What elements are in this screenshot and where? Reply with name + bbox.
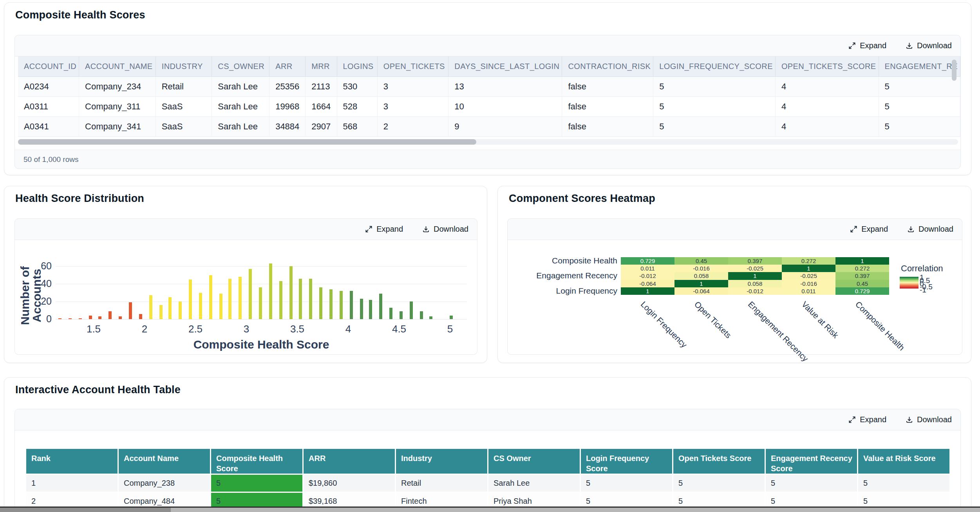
heatmap-col-label: Open Tickets <box>693 300 733 340</box>
table-cell: 5 <box>879 96 960 116</box>
histogram-bar <box>360 299 363 319</box>
horizontal-scrollbar-thumb[interactable] <box>18 139 476 145</box>
column-header[interactable]: Open Tickets Score <box>673 448 765 474</box>
column-header[interactable]: Login Frequency Score <box>580 448 673 474</box>
column-header[interactable]: ENGAGEMENT_RE <box>879 56 960 76</box>
histogram-bar <box>79 318 82 319</box>
heatmap-cell: -0.064 <box>674 287 728 295</box>
column-header[interactable]: LOGINS <box>337 56 377 76</box>
column-header[interactable]: ARR <box>303 448 396 474</box>
histogram-bar <box>139 314 142 320</box>
heatmap-row-label: Engagement Recency <box>490 272 619 279</box>
column-header[interactable]: Account Name <box>118 448 211 474</box>
table-cell: false <box>562 76 653 96</box>
column-header[interactable]: ACCOUNT_NAME <box>79 56 156 76</box>
interactive-account-health-table-card: Interactive Account Health Table Expand … <box>4 377 971 512</box>
column-header[interactable]: LOGIN_FREQUENCY_SCORE <box>653 56 776 76</box>
x-tick-label: 3 <box>229 323 264 335</box>
histogram-bar <box>410 301 413 319</box>
histogram-bar <box>289 266 293 319</box>
expand-button[interactable]: Expand <box>848 41 886 50</box>
download-button[interactable]: Download <box>422 225 468 234</box>
table-cell: 4 <box>775 116 879 136</box>
table-cell: 3 <box>377 96 448 116</box>
column-header[interactable]: DAYS_SINCE_LAST_LOGIN <box>448 56 562 76</box>
table-cell: Company_311 <box>79 96 156 116</box>
column-header[interactable]: Composite Health Score <box>211 448 303 474</box>
table-cell: A0311 <box>18 96 79 116</box>
table-cell: 5 <box>653 76 776 96</box>
table-cell: Retail <box>155 76 212 96</box>
column-header[interactable]: OPEN_TICKETS_SCORE <box>775 56 879 76</box>
table-row: A0341Company_341SaaSSarah Lee34884290756… <box>18 116 960 136</box>
table-cell: 5 <box>673 474 765 492</box>
column-header[interactable]: Value at Risk Score <box>858 448 950 474</box>
toolbar: Expand Download <box>15 35 960 56</box>
score-cell: 5 <box>211 474 303 492</box>
column-header[interactable]: CS_OWNER <box>212 56 269 76</box>
column-header[interactable]: Engagement Recency Score <box>765 448 858 474</box>
table-cell: Sarah Lee <box>488 474 580 492</box>
heatmap-cell: 1 <box>835 257 889 265</box>
legend-title: Correlation <box>901 263 943 274</box>
table-cell: A0234 <box>18 76 79 96</box>
heatmap-row-label: Composite Health <box>490 257 619 264</box>
table-row: 1Company_2385$19,860RetailSarah Lee5555 <box>26 474 950 492</box>
column-header[interactable]: OPEN_TICKETS <box>377 56 448 76</box>
histogram-bar <box>168 297 172 319</box>
table-cell: 5 <box>879 116 960 136</box>
heatmap-cell: 0.397 <box>835 272 889 280</box>
histogram-bar <box>129 302 132 319</box>
expand-label: Expand <box>860 41 886 50</box>
histogram-bar <box>429 316 432 319</box>
gridline <box>56 319 467 320</box>
histogram-bar <box>108 311 112 319</box>
download-button[interactable]: Download <box>905 415 952 424</box>
table-cell: false <box>562 96 653 116</box>
histogram-chart: 02040601.522.533.544.55Composite Health … <box>15 240 477 354</box>
horizontal-scrollbar[interactable] <box>18 139 958 145</box>
section-title: Interactive Account Health Table <box>15 384 181 396</box>
column-header[interactable]: Industry <box>396 448 488 474</box>
column-header[interactable]: CONTRACTION_RISK <box>562 56 653 76</box>
y-axis-title: Number of Accounts <box>19 241 31 350</box>
table-cell: Company_238 <box>118 474 211 492</box>
column-header[interactable]: MRR <box>306 56 337 76</box>
download-button[interactable]: Download <box>905 41 952 50</box>
table-cell: 5 <box>653 116 776 136</box>
heatmap-cell: 0.272 <box>782 257 835 265</box>
histogram-bar <box>58 318 61 319</box>
column-header[interactable]: INDUSTRY <box>155 56 212 76</box>
table-cell: 5 <box>858 474 950 492</box>
table-row: A0311Company_311SaaSSarah Lee19968166452… <box>18 96 960 116</box>
heatmap-cell: 0.729 <box>621 257 674 265</box>
histogram-bar <box>98 316 101 319</box>
correlation-heatmap: 0.7290.450.3970.27210.011-0.016-0.02510.… <box>508 240 962 354</box>
table-header-row: RankAccount NameComposite Health ScoreAR… <box>26 448 950 474</box>
heatmap-cell: -0.016 <box>674 265 728 272</box>
column-header[interactable]: ACCOUNT_ID <box>18 56 79 76</box>
vertical-scrollbar-thumb[interactable] <box>952 60 956 81</box>
health-score-distribution-card: Health Score Distribution Expand Downloa… <box>4 186 487 363</box>
column-header[interactable]: ARR <box>269 56 306 76</box>
table-header-row: ACCOUNT_IDACCOUNT_NAMEINDUSTRYCS_OWNERAR… <box>18 56 960 76</box>
histogram-bar <box>89 316 92 319</box>
table-footer: 50 of 1,000 rows <box>15 150 960 169</box>
expand-button[interactable]: Expand <box>365 225 403 234</box>
legend-colorbar <box>900 277 919 289</box>
page-horizontal-scrollbar-thumb[interactable] <box>0 508 171 512</box>
table-cell: 530 <box>337 76 377 96</box>
gridline <box>56 284 467 284</box>
histogram-bar <box>340 291 343 319</box>
expand-button[interactable]: Expand <box>850 225 888 234</box>
expand-button[interactable]: Expand <box>848 415 886 424</box>
table-cell: Sarah Lee <box>212 96 269 116</box>
table-cell: 1664 <box>306 96 337 116</box>
column-header[interactable]: CS Owner <box>488 448 580 474</box>
download-button[interactable]: Download <box>907 225 953 234</box>
download-label: Download <box>917 41 952 50</box>
histogram-bar <box>379 294 382 319</box>
table-cell: 2907 <box>306 116 337 136</box>
page-horizontal-scrollbar[interactable] <box>0 508 980 512</box>
column-header[interactable]: Rank <box>26 448 118 474</box>
